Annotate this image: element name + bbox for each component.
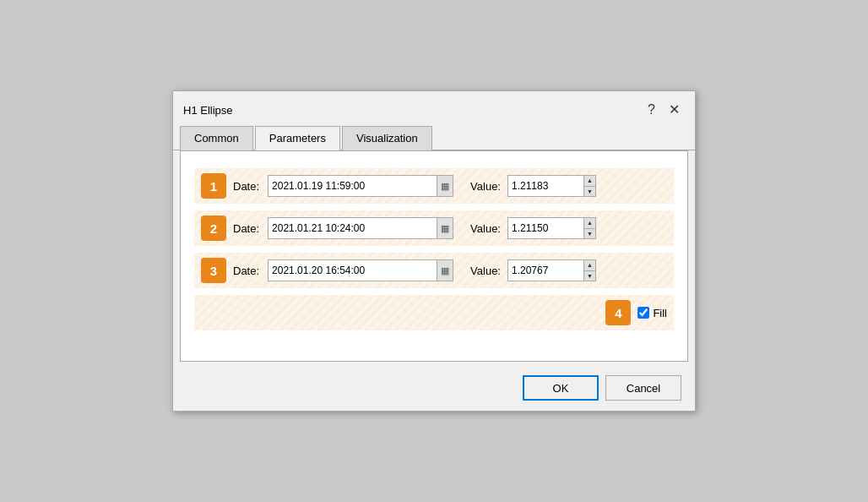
value-input-1[interactable]: [507, 175, 583, 197]
tab-bar: Common Parameters Visualization: [173, 125, 695, 150]
param-row-1: 1 Date: ▦ Value: ▲ ▼: [194, 168, 674, 204]
badge-4: 4: [605, 300, 631, 325]
help-button[interactable]: ?: [643, 103, 660, 117]
spin-down-2[interactable]: ▼: [584, 229, 595, 239]
value-input-wrap-1: ▲ ▼: [507, 175, 596, 197]
tab-parameters[interactable]: Parameters: [255, 126, 340, 150]
spinner-1: ▲ ▼: [583, 175, 596, 197]
fill-row: 4 Fill: [194, 295, 674, 330]
badge-1: 1: [201, 173, 226, 199]
dialog-footer: OK Cancel: [173, 368, 695, 411]
value-label-1: Value:: [470, 180, 501, 193]
badge-2: 2: [201, 216, 226, 241]
spinner-2: ▲ ▼: [583, 217, 596, 239]
spin-up-1[interactable]: ▲: [584, 176, 595, 187]
dialog-title: H1 Ellipse: [183, 104, 233, 117]
date-input-2[interactable]: [269, 222, 437, 234]
close-button[interactable]: ✕: [664, 103, 685, 117]
value-input-wrap-3: ▲ ▼: [507, 259, 596, 281]
param-row-3: 3 Date: ▦ Value: ▲ ▼: [194, 253, 674, 288]
ok-button[interactable]: OK: [523, 375, 599, 401]
spin-up-3[interactable]: ▲: [584, 260, 595, 271]
value-label-3: Value:: [470, 265, 501, 277]
spin-down-3[interactable]: ▼: [584, 271, 595, 281]
content-area: 1 Date: ▦ Value: ▲ ▼ 2 Date:: [180, 150, 688, 362]
fill-inner: Fill: [637, 307, 667, 319]
tab-visualization[interactable]: Visualization: [342, 126, 432, 150]
date-input-wrap-3: ▦: [268, 259, 453, 281]
title-bar-buttons: ? ✕: [643, 103, 685, 117]
value-input-3[interactable]: [507, 259, 583, 281]
value-label-2: Value:: [470, 222, 501, 235]
params-grid: 1 Date: ▦ Value: ▲ ▼ 2 Date:: [194, 168, 674, 330]
cancel-button[interactable]: Cancel: [605, 375, 681, 401]
date-label-2: Date:: [233, 222, 259, 235]
calendar-btn-2[interactable]: ▦: [437, 218, 453, 238]
badge-3: 3: [201, 258, 226, 283]
date-label-3: Date:: [233, 265, 259, 277]
param-row-2: 2 Date: ▦ Value: ▲ ▼: [194, 210, 674, 246]
value-input-2[interactable]: [507, 217, 583, 239]
title-bar: H1 Ellipse ? ✕: [173, 91, 695, 122]
calendar-btn-1[interactable]: ▦: [437, 176, 453, 196]
fill-label: Fill: [653, 307, 667, 319]
date-input-wrap-2: ▦: [268, 217, 453, 239]
value-input-wrap-2: ▲ ▼: [507, 217, 596, 239]
date-input-wrap-1: ▦: [268, 175, 453, 197]
calendar-btn-3[interactable]: ▦: [437, 260, 453, 281]
date-input-3[interactable]: [269, 265, 437, 276]
fill-checkbox[interactable]: [637, 307, 649, 319]
date-input-1[interactable]: [269, 180, 437, 192]
spin-down-1[interactable]: ▼: [584, 187, 595, 197]
date-label-1: Date:: [233, 180, 259, 193]
spinner-3: ▲ ▼: [583, 259, 596, 281]
spin-up-2[interactable]: ▲: [584, 218, 595, 229]
tab-common[interactable]: Common: [180, 126, 253, 150]
dialog: H1 Ellipse ? ✕ Common Parameters Visuali…: [172, 90, 696, 412]
